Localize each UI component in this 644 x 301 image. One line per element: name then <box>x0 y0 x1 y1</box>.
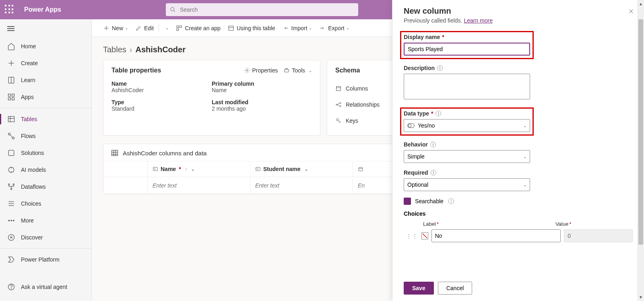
sidebar-item-choices[interactable]: Choices <box>0 195 91 212</box>
choices-icon <box>7 200 15 208</box>
required-star: * <box>179 166 181 172</box>
cell-input[interactable] <box>153 182 245 189</box>
close-icon <box>628 8 634 14</box>
searchable-label: Searchable <box>415 198 444 204</box>
save-button[interactable]: Save <box>404 282 434 295</box>
sidebar-item-tables[interactable]: Tables <box>0 111 91 128</box>
searchable-row[interactable]: Searchable i <box>404 198 633 205</box>
modified-value: 2 months ago <box>212 105 312 112</box>
sidebar-item-ask-agent[interactable]: Ask a virtual agent <box>0 278 91 295</box>
gear-icon <box>244 67 250 74</box>
sidebar-item-solutions[interactable]: Solutions <box>0 144 91 161</box>
svg-point-0 <box>171 7 174 11</box>
info-icon[interactable]: i <box>436 111 441 116</box>
sidebar-item-home[interactable]: Home <box>0 38 91 55</box>
chevron-down-icon: ⌄ <box>523 155 526 159</box>
using-table-button[interactable]: Using this table <box>225 22 279 35</box>
sidebar-item-more[interactable]: More <box>0 212 91 229</box>
sidebar-item-dataflows[interactable]: Dataflows <box>0 178 91 195</box>
panel-footer: Save Cancel <box>404 282 472 295</box>
sidebar-item-create[interactable]: Create <box>0 55 91 72</box>
column-header-student[interactable]: Student name ⌄ <box>250 161 353 177</box>
learn-more-link[interactable]: Learn more <box>464 17 493 24</box>
sidebar-divider <box>0 248 91 249</box>
tools-icon <box>283 67 290 74</box>
drag-handle-icon[interactable]: ⋮⋮ <box>406 233 418 239</box>
sidebar-item-label: Choices <box>21 200 41 207</box>
svg-point-43 <box>336 119 339 121</box>
scroll-thumb[interactable] <box>638 19 643 245</box>
required-dropdown[interactable]: Optional ⌄ <box>404 178 530 191</box>
row-selector-header[interactable] <box>103 161 148 177</box>
scroll-down-icon[interactable]: ▼ <box>639 295 643 299</box>
schema-columns-label: Columns <box>346 85 368 92</box>
text-icon <box>255 166 261 172</box>
info-icon[interactable]: i <box>431 170 436 175</box>
sidebar-item-discover[interactable]: Discover <box>0 229 91 246</box>
hamburger-icon[interactable] <box>0 19 91 38</box>
row-selector-cell[interactable] <box>103 177 148 194</box>
breadcrumb-root[interactable]: Tables <box>103 45 126 54</box>
cell-student[interactable] <box>250 177 353 194</box>
behavior-dropdown[interactable]: Simple ⌄ <box>404 150 530 163</box>
sidebar-item-label: Learn <box>21 77 35 83</box>
sidebar-item-flows[interactable]: Flows <box>0 128 91 144</box>
tools-action[interactable]: Tools ⌄ <box>283 67 312 74</box>
edit-split-chevron[interactable]: ⌄ <box>161 22 172 35</box>
data-type-dropdown[interactable]: Yes/no ⌄ <box>404 119 530 132</box>
ai-icon <box>7 166 15 174</box>
more-icon <box>7 216 15 225</box>
sidebar-item-power-platform[interactable]: Power Platform <box>0 251 91 268</box>
export-icon <box>319 25 326 31</box>
scroll-up-icon[interactable]: ▲ <box>639 2 643 6</box>
description-input[interactable] <box>404 74 530 99</box>
search-input[interactable] <box>180 6 354 13</box>
cell-input[interactable] <box>255 182 348 189</box>
sidebar-item-label: Dataflows <box>21 183 45 190</box>
required-value: Optional <box>407 181 428 188</box>
svg-rect-33 <box>177 29 179 31</box>
page-scrollbar[interactable]: ▲ ▼ <box>638 0 644 301</box>
svg-rect-50 <box>256 167 260 171</box>
cell-name[interactable] <box>148 177 250 194</box>
new-button[interactable]: New⌄ <box>100 22 131 35</box>
app-icon <box>176 25 182 31</box>
close-button[interactable] <box>626 6 636 16</box>
export-button[interactable]: Export⌄ <box>316 22 352 35</box>
data-type-value: Yes/no <box>418 122 435 129</box>
info-icon[interactable]: i <box>437 65 443 71</box>
table-icon <box>7 115 15 123</box>
chevron-down-icon: ⌄ <box>523 124 526 128</box>
svg-rect-31 <box>177 26 179 28</box>
choice-label-input[interactable] <box>431 229 561 242</box>
column-header-name[interactable]: Name* ↑ ⌄ <box>148 161 250 177</box>
required-star: * <box>431 110 433 117</box>
cancel-button[interactable]: Cancel <box>438 282 473 295</box>
info-icon[interactable]: i <box>448 198 454 204</box>
check-icon <box>405 199 410 204</box>
create-app-button[interactable]: Create an app <box>173 22 224 35</box>
properties-action[interactable]: Properties <box>244 67 278 74</box>
info-icon[interactable]: i <box>430 142 436 147</box>
app-title: Power Apps <box>24 6 61 13</box>
color-swatch[interactable] <box>421 232 428 239</box>
display-name-input[interactable] <box>404 43 530 56</box>
sidebar-item-ai-models[interactable]: AI models <box>0 161 91 178</box>
modified-label: Last modified <box>212 99 312 105</box>
edit-button[interactable]: Edit <box>132 22 157 35</box>
plus-icon <box>103 25 109 31</box>
sidebar-item-apps[interactable]: Apps <box>0 89 91 105</box>
svg-point-42 <box>340 106 341 107</box>
searchable-checkbox[interactable] <box>404 198 411 205</box>
sidebar-item-learn[interactable]: Learn <box>0 72 91 89</box>
table-icon <box>111 149 119 157</box>
sidebar-item-label: Flows <box>21 133 36 139</box>
sidebar-item-label: Create <box>21 60 38 66</box>
sidebar-item-label: Solutions <box>21 150 44 156</box>
import-button[interactable]: Import⌄ <box>279 22 316 35</box>
app-launcher-icon[interactable] <box>5 5 14 14</box>
global-search[interactable] <box>166 3 358 16</box>
chevron-down-icon: ⌄ <box>305 167 308 171</box>
properties-label: Properties <box>252 67 278 74</box>
edit-label: Edit <box>144 25 154 31</box>
